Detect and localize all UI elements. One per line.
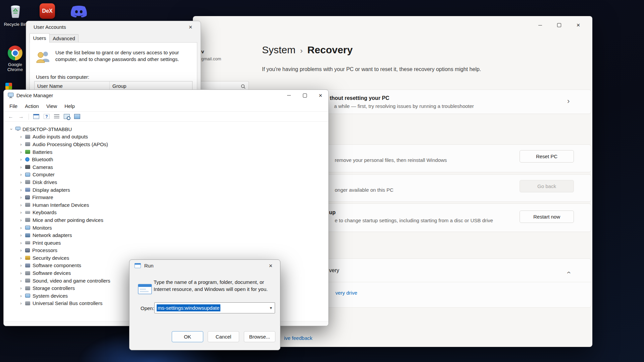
tree-item[interactable]: ›Display adapters xyxy=(4,186,328,194)
expand-chevron-icon[interactable]: › xyxy=(18,180,23,185)
partially-hidden-desktop-icon[interactable] xyxy=(5,83,12,89)
properties-icon[interactable] xyxy=(54,114,59,119)
column-group[interactable]: Group xyxy=(110,81,192,90)
tree-item[interactable]: ›Batteries xyxy=(4,148,328,156)
tree-item[interactable]: ›Audio Processing Objects (APOs) xyxy=(4,140,328,148)
maximize-button[interactable] xyxy=(551,20,567,30)
chevron-up-icon[interactable]: › xyxy=(564,271,573,274)
tree-item[interactable]: ›Firmware xyxy=(4,193,328,201)
maximize-button[interactable] xyxy=(297,90,313,101)
expand-chevron-icon[interactable]: › xyxy=(18,263,23,268)
desktop-icon-google-chrome[interactable]: Google Chrome xyxy=(1,46,29,72)
menu-file[interactable]: File xyxy=(6,102,21,110)
expand-chevron-icon[interactable]: › xyxy=(18,255,23,260)
back-icon[interactable]: ← xyxy=(8,114,14,120)
tree-item[interactable]: ›Keyboards xyxy=(4,209,328,217)
minimize-button[interactable] xyxy=(281,90,297,101)
close-button[interactable]: × xyxy=(264,261,277,270)
tree-item-label: Human Interface Devices xyxy=(33,202,89,208)
desktop-icon-dex[interactable]: DeX xyxy=(33,3,61,19)
collapse-chevron-icon[interactable]: › xyxy=(9,127,14,132)
tree-item[interactable]: ›Computer xyxy=(4,171,328,179)
open-combobox[interactable]: ms-settings:windowsupdate ▾ xyxy=(154,302,275,313)
expand-chevron-icon[interactable]: › xyxy=(18,233,23,238)
desktop-icon-discord[interactable] xyxy=(65,5,93,19)
dialog-title: Run xyxy=(144,263,154,268)
tree-item-label: Bluetooth xyxy=(32,157,53,162)
computer-name: DESKTOP-3TMABBU xyxy=(22,126,72,132)
tree-item[interactable]: ›Print queues xyxy=(4,239,328,247)
help-icon[interactable]: ? xyxy=(44,114,50,119)
minimize-button[interactable] xyxy=(532,20,548,30)
desktop-icon-recycle-bin[interactable]: Recycle Bin xyxy=(1,3,30,27)
expand-chevron-icon[interactable]: › xyxy=(18,248,23,253)
tab-advanced[interactable]: Advanced xyxy=(50,34,78,43)
close-button[interactable]: × xyxy=(184,22,197,32)
expand-chevron-icon[interactable]: › xyxy=(18,172,23,177)
tree-item[interactable]: ›Human Interface Devices xyxy=(4,201,328,209)
tree-item[interactable]: ›Processors xyxy=(4,247,328,254)
expand-chevron-icon[interactable]: › xyxy=(18,202,23,207)
expand-chevron-icon[interactable]: › xyxy=(18,293,23,298)
tree-item[interactable]: ›Mice and other pointing devices xyxy=(4,216,328,224)
security-device-icon xyxy=(25,256,30,260)
expand-chevron-icon[interactable]: › xyxy=(18,157,23,162)
expand-chevron-icon[interactable]: › xyxy=(18,286,23,291)
tab-users[interactable]: Users xyxy=(30,33,50,43)
expand-chevron-icon[interactable]: › xyxy=(18,210,23,215)
desktop: Recycle Bin DeX Google Chrome × v gmail.… xyxy=(0,0,644,362)
close-icon: × xyxy=(189,24,193,30)
tree-item[interactable]: ›Audio inputs and outputs xyxy=(4,133,328,141)
expand-chevron-icon[interactable]: › xyxy=(18,142,23,147)
tree-item-label: Audio inputs and outputs xyxy=(33,134,88,139)
cancel-button[interactable]: Cancel xyxy=(208,331,239,342)
expand-chevron-icon[interactable]: › xyxy=(18,301,23,306)
expand-chevron-icon[interactable]: › xyxy=(18,218,23,223)
reset-pc-button[interactable]: Reset PC xyxy=(520,150,574,163)
breadcrumb-system[interactable]: System xyxy=(262,44,296,56)
card-title-fragment: thout resetting your PC xyxy=(330,95,389,101)
sound-controller-icon xyxy=(25,279,30,283)
tree-item[interactable]: ›Cameras xyxy=(4,163,328,171)
desktop-icon-label: Google Chrome xyxy=(2,62,28,72)
go-back-button[interactable]: Go back xyxy=(520,180,574,192)
browse-button[interactable]: Browse... xyxy=(244,331,275,342)
tree-item[interactable]: ›Monitors xyxy=(4,224,328,232)
expand-chevron-icon[interactable]: › xyxy=(18,270,23,276)
run-app-icon xyxy=(135,263,141,269)
legacy-hardware-icon[interactable] xyxy=(74,114,80,119)
menu-view[interactable]: View xyxy=(43,102,61,110)
recovery-drive-link-fragment[interactable]: very drive xyxy=(335,290,357,296)
scan-hardware-changes-icon[interactable] xyxy=(64,114,70,119)
ok-button[interactable]: OK xyxy=(172,331,203,342)
console-window-icon[interactable] xyxy=(33,114,39,119)
close-button[interactable]: × xyxy=(313,90,328,101)
tree-item[interactable]: ›Bluetooth xyxy=(4,156,328,163)
expand-chevron-icon[interactable]: › xyxy=(18,187,23,192)
give-feedback-link-fragment[interactable]: ive feedback xyxy=(284,335,312,341)
menu-action[interactable]: Action xyxy=(21,102,43,110)
tree-item[interactable]: ›Disk drives xyxy=(4,178,328,186)
expand-chevron-icon[interactable]: › xyxy=(18,165,23,170)
system-device-icon xyxy=(25,294,30,298)
close-icon: × xyxy=(577,22,580,28)
expand-chevron-icon[interactable]: › xyxy=(18,225,23,230)
expand-chevron-icon[interactable]: › xyxy=(18,278,23,283)
column-user-name[interactable]: User Name xyxy=(35,81,110,90)
recycle-bin-icon xyxy=(8,3,23,20)
tree-root-row[interactable]: › DESKTOP-3TMABBU xyxy=(4,125,328,133)
account-name-fragment: v xyxy=(201,49,204,54)
tree-item[interactable]: ›Network adapters xyxy=(4,231,328,239)
expand-chevron-icon[interactable]: › xyxy=(18,149,23,155)
expand-chevron-icon[interactable]: › xyxy=(18,195,23,200)
close-button[interactable]: × xyxy=(571,20,586,30)
open-value-selected[interactable]: ms-settings:windowsupdate xyxy=(157,304,220,311)
menu-help[interactable]: Help xyxy=(61,102,78,110)
restart-now-button[interactable]: Restart now xyxy=(520,210,574,223)
dropdown-arrow-icon[interactable]: ▾ xyxy=(270,305,272,310)
tree-item-label: Keyboards xyxy=(33,209,57,215)
expand-chevron-icon[interactable]: › xyxy=(18,240,23,245)
forward-icon[interactable]: → xyxy=(18,114,24,120)
search-icon xyxy=(241,84,246,89)
expand-chevron-icon[interactable]: › xyxy=(18,134,23,139)
